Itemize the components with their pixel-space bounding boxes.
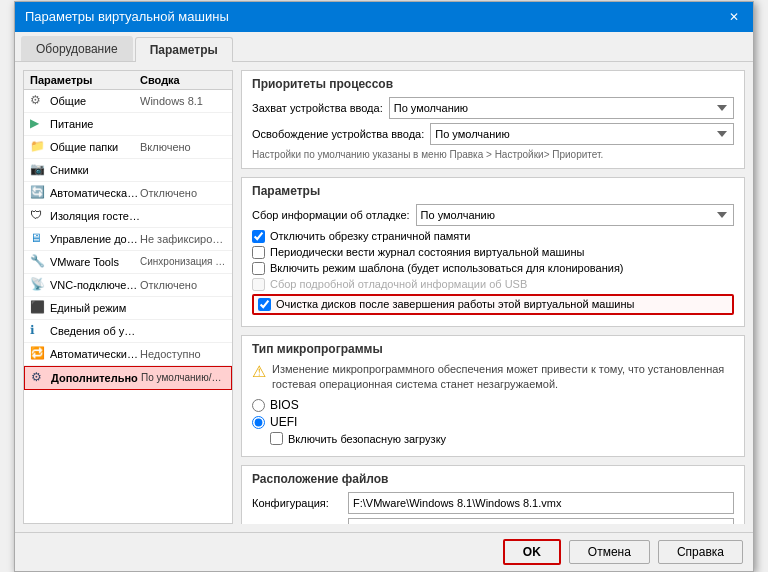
- release-row: Освобождение устройства ввода: По умолча…: [252, 123, 734, 145]
- bios-label: BIOS: [270, 398, 299, 412]
- checkbox-trim-memory: Отключить обрезку страничной памяти: [252, 230, 734, 243]
- debug-select[interactable]: По умолчанию: [416, 204, 734, 226]
- title-bar: Параметры виртуальной машины ✕: [15, 2, 753, 32]
- firmware-warning-text: Изменение микропрограммного обеспечения …: [272, 362, 734, 393]
- process-priorities-section: Приоритеты процессов Захват устройства в…: [241, 70, 745, 169]
- radio-bios: BIOS: [252, 398, 734, 412]
- info-icon: ℹ: [30, 323, 46, 339]
- title-bar-buttons: ✕: [725, 8, 743, 26]
- autoprotect-icon: 🔁: [30, 346, 46, 362]
- list-item-autostart[interactable]: 🔄 Автоматическая з... Отключено: [24, 182, 232, 205]
- journal-checkbox[interactable]: [252, 246, 265, 259]
- files-section: Расположение файлов Конфигурация: Файл ж…: [241, 465, 745, 523]
- template-checkbox[interactable]: [252, 262, 265, 275]
- left-panel: Параметры Сводка ⚙ Общие Windows 8.1 ▶ П…: [23, 70, 233, 524]
- content: Параметры Сводка ⚙ Общие Windows 8.1 ▶ П…: [15, 62, 753, 532]
- process-priorities-title: Приоритеты процессов: [252, 77, 734, 91]
- list-item-general[interactable]: ⚙ Общие Windows 8.1: [24, 90, 232, 113]
- secure-boot-label: Включить безопасную загрузку: [288, 433, 446, 445]
- right-panel: Приоритеты процессов Захват устройства в…: [241, 70, 745, 524]
- isolation-icon: 🛡: [30, 208, 46, 224]
- uefi-label: UEFI: [270, 415, 297, 429]
- left-panel-header: Параметры Сводка: [24, 71, 232, 90]
- checkbox-template: Включить режим шаблона (будет использова…: [252, 262, 734, 275]
- files-title: Расположение файлов: [252, 472, 734, 486]
- log-input[interactable]: [348, 518, 734, 523]
- clean-disks-label: Очистка дисков после завершения работы э…: [276, 298, 634, 310]
- config-label: Конфигурация:: [252, 497, 342, 509]
- trim-memory-label: Отключить обрезку страничной памяти: [270, 230, 471, 242]
- list-item-advanced[interactable]: ⚙ Дополнительно По умолчанию/По умолчани…: [24, 366, 232, 390]
- usb-debug-checkbox[interactable]: [252, 278, 265, 291]
- advanced-icon: ⚙: [31, 370, 47, 386]
- list-item-snapshots[interactable]: 📷 Снимки: [24, 159, 232, 182]
- list-item-autoprotect[interactable]: 🔁 Автоматический ... Недоступно: [24, 343, 232, 366]
- list-item-isolation[interactable]: 🛡 Изоляция гостево...: [24, 205, 232, 228]
- checkbox-usb-debug: Сбор подробной отладочной информации об …: [252, 278, 734, 291]
- journal-label: Периодически вести журнал состояния вирт…: [270, 246, 584, 258]
- list-item-info[interactable]: ℹ Сведения об устр...: [24, 320, 232, 343]
- dialog-title: Параметры виртуальной машины: [25, 9, 229, 24]
- capture-select[interactable]: По умолчанию: [389, 97, 734, 119]
- left-col2-header: Сводка: [140, 74, 180, 86]
- uefi-radio[interactable]: [252, 416, 265, 429]
- trim-memory-checkbox[interactable]: [252, 230, 265, 243]
- list-item-shared-folders[interactable]: 📁 Общие папки Включено: [24, 136, 232, 159]
- firmware-warning: ⚠ Изменение микропрограммного обеспечени…: [252, 362, 734, 393]
- config-input[interactable]: [348, 492, 734, 514]
- usb-debug-label: Сбор подробной отладочной информации об …: [270, 278, 527, 290]
- firmware-title: Тип микропрограммы: [252, 342, 734, 356]
- cancel-button[interactable]: Отмена: [569, 540, 650, 564]
- gear-icon: ⚙: [30, 93, 46, 109]
- vmtools-icon: 🔧: [30, 254, 46, 270]
- clean-disks-checkbox[interactable]: [258, 298, 271, 311]
- tabs: Оборудование Параметры: [15, 32, 753, 62]
- play-icon: ▶: [30, 116, 46, 132]
- autostart-icon: 🔄: [30, 185, 46, 201]
- left-col1-header: Параметры: [30, 74, 140, 86]
- tab-hardware[interactable]: Оборудование: [21, 36, 133, 61]
- capture-row: Захват устройства ввода: По умолчанию: [252, 97, 734, 119]
- list-item-power[interactable]: ▶ Питание: [24, 113, 232, 136]
- ok-button[interactable]: OK: [503, 539, 561, 565]
- params-title: Параметры: [252, 184, 734, 198]
- release-label: Освобождение устройства ввода:: [252, 128, 424, 140]
- close-button[interactable]: ✕: [725, 8, 743, 26]
- unity-icon: ⬛: [30, 300, 46, 316]
- checkbox-secure-boot: Включить безопасную загрузку: [270, 432, 734, 445]
- camera-icon: 📷: [30, 162, 46, 178]
- radio-uefi: UEFI: [252, 415, 734, 429]
- capture-label: Захват устройства ввода:: [252, 102, 383, 114]
- checkbox-clean-disks: Очистка дисков после завершения работы э…: [252, 294, 734, 315]
- priority-hint: Настройки по умолчанию указаны в меню Пр…: [252, 149, 734, 160]
- log-row: Файл журнала:: [252, 518, 734, 523]
- params-section: Параметры Сбор информации об отладке: По…: [241, 177, 745, 327]
- config-row: Конфигурация:: [252, 492, 734, 514]
- warning-icon: ⚠: [252, 361, 266, 383]
- list-item-vmtools[interactable]: 🔧 VMware Tools Синхронизация времени отк…: [24, 251, 232, 274]
- bios-radio[interactable]: [252, 399, 265, 412]
- tab-params[interactable]: Параметры: [135, 37, 233, 62]
- release-select[interactable]: По умолчанию: [430, 123, 734, 145]
- vnc-icon: 📡: [30, 277, 46, 293]
- access-icon: 🖥: [30, 231, 46, 247]
- help-button[interactable]: Справка: [658, 540, 743, 564]
- checkbox-journal: Периодически вести журнал состояния вирт…: [252, 246, 734, 259]
- list-item-unity[interactable]: ⬛ Единый режим: [24, 297, 232, 320]
- list-item-access[interactable]: 🖥 Управление дост... Не зафиксирована: [24, 228, 232, 251]
- folder-icon: 📁: [30, 139, 46, 155]
- debug-label: Сбор информации об отладке:: [252, 209, 410, 221]
- list-item-vnc[interactable]: 📡 VNC-подключения Отключено: [24, 274, 232, 297]
- secure-boot-checkbox[interactable]: [270, 432, 283, 445]
- firmware-section: Тип микропрограммы ⚠ Изменение микропрог…: [241, 335, 745, 458]
- template-label: Включить режим шаблона (будет использова…: [270, 262, 624, 274]
- debug-row: Сбор информации об отладке: По умолчанию: [252, 204, 734, 226]
- dialog-footer: OK Отмена Справка: [15, 532, 753, 571]
- dialog: Параметры виртуальной машины ✕ Оборудова…: [14, 1, 754, 572]
